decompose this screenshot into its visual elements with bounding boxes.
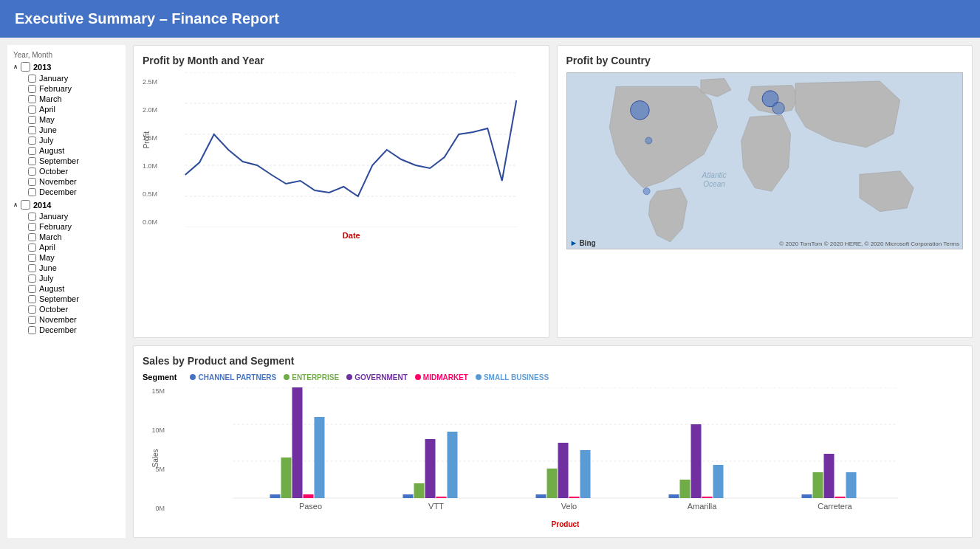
month-item-2014-february[interactable]: February — [28, 221, 120, 232]
svg-rect-23 — [304, 494, 314, 498]
month-item-2014-october[interactable]: October — [28, 304, 120, 314]
map-chart-title: Profit by Country — [566, 55, 964, 66]
map-svg: Atlantic Ocean — [567, 73, 963, 249]
month-item-2014-january[interactable]: January — [28, 211, 120, 221]
bing-footer: ► Bing — [570, 238, 596, 247]
month-item-2014-april[interactable]: April — [28, 242, 120, 252]
month-list-2014: JanuaryFebruaryMarchAprilMayJuneJulyAugu… — [13, 211, 120, 335]
month-checkbox-2013-december[interactable] — [28, 188, 36, 196]
month-item-2013-april[interactable]: April — [28, 104, 120, 114]
month-checkbox-2013-february[interactable] — [28, 85, 36, 93]
main-content: Year, Month ∧2013JanuaryFebruaryMarchApr… — [0, 38, 980, 545]
svg-point-11 — [630, 101, 649, 120]
month-checkbox-2014-january[interactable] — [28, 213, 36, 221]
top-charts-row: Profit by Month and Year 2.5M 2.0M 1.5M … — [133, 45, 973, 338]
legend-dot — [346, 374, 352, 380]
month-checkbox-2013-september[interactable] — [28, 157, 36, 165]
month-label: January — [39, 212, 68, 221]
legend-label: CHANNEL PARTNERS — [198, 373, 276, 381]
y-tick-10m: 10M — [151, 427, 165, 434]
svg-rect-33 — [547, 469, 558, 498]
legend-items-container: CHANNEL PARTNERS ENTERPRISE GOVERNMENT M… — [190, 373, 549, 381]
month-checkbox-2013-january[interactable] — [28, 75, 36, 83]
sidebar-label: Year, Month — [13, 51, 120, 59]
month-checkbox-2013-october[interactable] — [28, 168, 36, 176]
month-label: May — [39, 115, 55, 124]
month-checkbox-2014-april[interactable] — [28, 244, 36, 252]
month-item-2013-january[interactable]: January — [28, 73, 120, 83]
month-label: August — [39, 146, 64, 155]
month-checkbox-2013-november[interactable] — [28, 178, 36, 186]
svg-text:Velo: Velo — [561, 502, 577, 511]
month-item-2013-october[interactable]: October — [28, 166, 120, 176]
svg-text:Amarilla: Amarilla — [688, 502, 718, 511]
month-item-2013-may[interactable]: May — [28, 114, 120, 125]
y-tick-00m: 0.0M — [143, 218, 157, 230]
svg-rect-48 — [846, 472, 857, 498]
month-checkbox-2013-august[interactable] — [28, 147, 36, 155]
month-item-2014-may[interactable]: May — [28, 252, 120, 263]
year-label-2014: 2014 — [33, 201, 51, 210]
month-checkbox-2014-july[interactable] — [28, 274, 36, 283]
month-checkbox-2013-july[interactable] — [28, 137, 36, 145]
month-checkbox-2014-september[interactable] — [28, 295, 36, 303]
svg-text:Atlantic: Atlantic — [701, 171, 726, 179]
month-checkbox-2014-november[interactable] — [28, 316, 36, 324]
month-item-2013-june[interactable]: June — [28, 125, 120, 135]
month-item-2014-december[interactable]: December — [28, 325, 120, 335]
month-item-2014-august[interactable]: August — [28, 283, 120, 294]
legend-item-enterprise: ENTERPRISE — [284, 373, 339, 381]
year-header-2013[interactable]: ∧2013 — [13, 62, 120, 72]
legend-dot — [190, 374, 196, 380]
month-checkbox-2014-february[interactable] — [28, 223, 36, 231]
month-item-2013-march[interactable]: March — [28, 94, 120, 104]
month-label: February — [39, 84, 72, 93]
legend-label: GOVERNMENT — [354, 373, 408, 381]
month-checkbox-2014-october[interactable] — [28, 305, 36, 314]
month-label: April — [39, 243, 55, 252]
month-checkbox-2014-december[interactable] — [28, 326, 36, 334]
svg-rect-20 — [270, 494, 281, 498]
chevron-icon: ∧ — [13, 63, 18, 70]
month-checkbox-2014-march[interactable] — [28, 233, 36, 241]
page-header: Executive Summary – Finance Report — [0, 0, 980, 38]
svg-point-15 — [772, 102, 784, 114]
svg-rect-24 — [315, 417, 325, 498]
year-checkbox-2013[interactable] — [21, 62, 30, 72]
month-checkbox-2013-april[interactable] — [28, 106, 36, 114]
month-item-2014-september[interactable]: September — [28, 294, 120, 304]
svg-rect-21 — [281, 458, 292, 498]
svg-text:Paseo: Paseo — [299, 502, 322, 511]
month-item-2014-november[interactable]: November — [28, 314, 120, 325]
month-item-2013-december[interactable]: December — [28, 187, 120, 197]
year-header-2014[interactable]: ∧2014 — [13, 200, 120, 210]
month-item-2013-february[interactable]: February — [28, 83, 120, 94]
month-item-2014-june[interactable]: June — [28, 263, 120, 273]
month-label: June — [39, 263, 57, 272]
sales-chart-legend: Segment CHANNEL PARTNERS ENTERPRISE GOVE… — [143, 373, 963, 381]
svg-rect-44 — [802, 494, 812, 498]
svg-rect-46 — [824, 454, 835, 498]
month-checkbox-2013-may[interactable] — [28, 116, 36, 124]
legend-dot — [415, 374, 421, 380]
bing-icon: ► — [570, 238, 578, 247]
month-checkbox-2013-march[interactable] — [28, 95, 36, 103]
month-label: October — [39, 167, 68, 176]
month-checkbox-2014-may[interactable] — [28, 254, 36, 262]
month-item-2013-november[interactable]: November — [28, 176, 120, 187]
profit-chart-title: Profit by Month and Year — [143, 55, 540, 66]
svg-rect-40 — [691, 424, 702, 498]
month-item-2013-september[interactable]: September — [28, 156, 120, 166]
profit-line-chart-svg: Jan 2014 Jul 2014 — [163, 72, 539, 227]
month-checkbox-2014-june[interactable] — [28, 264, 36, 272]
month-checkbox-2014-august[interactable] — [28, 285, 36, 293]
year-checkbox-2014[interactable] — [21, 200, 30, 210]
month-label: March — [39, 94, 62, 103]
month-item-2013-august[interactable]: August — [28, 145, 120, 156]
month-checkbox-2013-june[interactable] — [28, 126, 36, 134]
svg-rect-26 — [403, 494, 414, 498]
month-item-2014-march[interactable]: March — [28, 232, 120, 242]
legend-item-channel-partners: CHANNEL PARTNERS — [190, 373, 276, 381]
month-item-2014-july[interactable]: July — [28, 273, 120, 283]
month-item-2013-july[interactable]: July — [28, 135, 120, 145]
